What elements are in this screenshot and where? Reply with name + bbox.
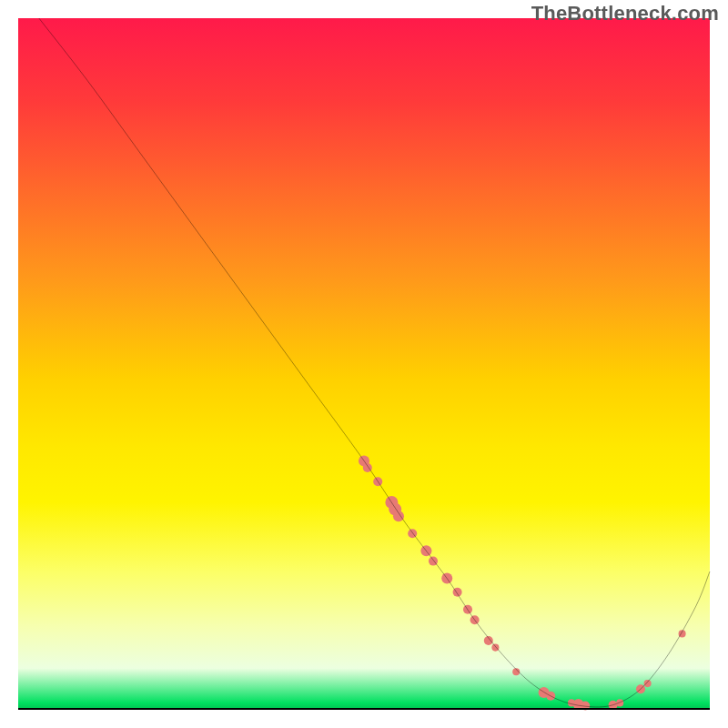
data-marker [616, 699, 623, 706]
data-marker [644, 680, 652, 687]
chart-container: TheBottleneck.com [0, 0, 728, 728]
data-marker [393, 511, 404, 521]
data-marker [491, 644, 499, 652]
data-marker [484, 636, 493, 645]
bottleneck-curve [39, 18, 710, 707]
markers-group [359, 455, 686, 710]
curve-svg [18, 18, 710, 710]
watermark-text: TheBottleneck.com [531, 2, 719, 25]
x-axis-baseline [18, 708, 710, 710]
data-marker [363, 463, 372, 472]
plot-area [18, 18, 710, 710]
